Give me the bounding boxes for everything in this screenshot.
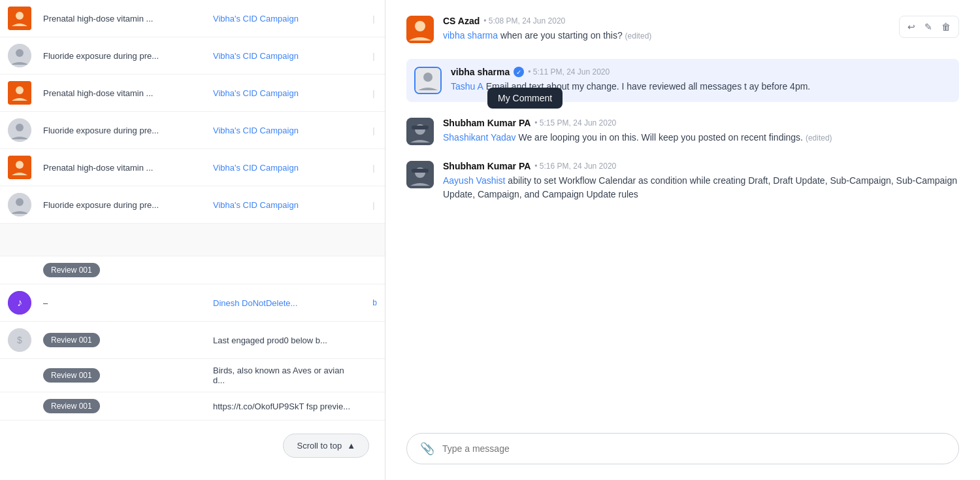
thumbnail	[8, 81, 31, 105]
list-item[interactable]: Fluoride exposure during pre... Vibha's …	[0, 186, 385, 224]
campaign-badge: Review 001	[43, 368, 100, 383]
list-item-divider: |	[365, 75, 385, 112]
list-item-title: Last engaged prod0 below b...	[213, 335, 327, 345]
scroll-to-top-wrapper: Scroll to top ▲	[0, 420, 385, 471]
message-input-area: 📎	[385, 422, 980, 480]
campaign-badge: Review 001	[43, 333, 100, 347]
list-item-campaign[interactable]: Vibha's CID Campaign	[205, 0, 365, 37]
mention: Tashu A	[451, 81, 483, 92]
list-item-thumb	[0, 392, 35, 420]
mention: Aayush Vashist	[443, 175, 505, 186]
list-item-thumb: ♪	[0, 284, 35, 322]
list-item-campaign[interactable]: Vibha's CID Campaign	[205, 37, 365, 75]
message-header: vibha sharma ✓ • 5:11 PM, 24 Jun 2020	[451, 67, 951, 77]
message-author: Shubham Kumar PA	[443, 161, 531, 171]
list-item-col2: Review 001	[35, 392, 205, 420]
message-input[interactable]	[442, 443, 945, 454]
right-panel: CS Azad • 5:08 PM, 24 Jun 2020 vibha sha…	[385, 0, 980, 480]
list-item[interactable]: Review 001 Birds, also known as Aves or …	[0, 359, 385, 392]
content-list: Prenatal high-dose vitamin ... Vibha's C…	[0, 0, 385, 420]
list-item[interactable]: Prenatal high-dose vitamin ... Vibha's C…	[0, 75, 385, 112]
thumbnail	[8, 193, 31, 216]
list-item[interactable]: Fluoride exposure during pre... Vibha's …	[0, 112, 385, 149]
message-header: CS Azad • 5:08 PM, 24 Jun 2020	[443, 16, 959, 26]
message-author: CS Azad	[443, 16, 480, 26]
list-item-campaign[interactable]: Vibha's CID Campaign	[205, 112, 365, 149]
list-item-title: Prenatal high-dose vitamin ...	[35, 75, 205, 112]
list-item[interactable]: Fluoride exposure during pre... Vibha's …	[0, 37, 385, 75]
avatar	[406, 118, 434, 145]
edited-tag: (edited)	[625, 31, 652, 41]
message-item: Shubham Kumar PA • 5:15 PM, 24 Jun 2020 …	[406, 118, 959, 145]
list-item[interactable]: $ Review 001 Last engaged prod0 below b.…	[0, 322, 385, 359]
message-header: Shubham Kumar PA • 5:16 PM, 24 Jun 2020	[443, 161, 959, 171]
list-item-thumb	[0, 256, 35, 284]
list-item-col3[interactable]: Last engaged prod0 below b...	[205, 322, 365, 359]
list-item-title: Fluoride exposure during pre...	[35, 112, 205, 149]
arrow-up-icon: ▲	[347, 441, 355, 451]
list-item-campaign[interactable]: Vibha's CID Campaign	[205, 186, 365, 224]
messages-area: CS Azad • 5:08 PM, 24 Jun 2020 vibha sha…	[385, 0, 980, 422]
svg-point-1	[16, 12, 24, 20]
list-item-col2: Review 001	[35, 256, 205, 284]
message-content: CS Azad • 5:08 PM, 24 Jun 2020 vibha sha…	[443, 16, 959, 43]
message-body: Aayush Vashist ability to set Workflow C…	[443, 174, 959, 201]
scroll-to-top-button[interactable]: Scroll to top ▲	[283, 434, 369, 458]
scroll-to-top-label: Scroll to top	[297, 441, 342, 451]
list-item-campaign[interactable]: Dinesh DoNotDelete...	[213, 298, 297, 308]
list-item-campaign[interactable]: Vibha's CID Campaign	[205, 149, 365, 186]
list-item-extra: b	[365, 284, 385, 322]
campaign-badge: Review 001	[43, 399, 100, 413]
message-body: vibha sharma when are you starting on th…	[443, 29, 959, 43]
svg-point-9	[16, 161, 24, 169]
list-item[interactable]: Review 001 https://t.co/OkofUP9SkT fsp p…	[0, 392, 385, 420]
thumbnail: $	[8, 328, 31, 352]
list-item-title: Prenatal high-dose vitamin ...	[35, 149, 205, 186]
delete-button[interactable]: 🗑	[938, 19, 955, 35]
list-item-col3: Birds, also known as Aves or avian d...	[205, 359, 365, 392]
list-item[interactable]: Prenatal high-dose vitamin ... Vibha's C…	[0, 149, 385, 186]
message-body: Shashikant Yadav We are looping you in o…	[443, 131, 959, 145]
thumbnail	[8, 44, 31, 67]
list-item-extra	[365, 322, 385, 359]
edit-button[interactable]: ✎	[921, 19, 936, 35]
svg-point-11	[16, 198, 24, 206]
message-time: • 5:15 PM, 24 Jun 2020	[534, 118, 616, 128]
message-author: Shubham Kumar PA	[443, 118, 531, 128]
list-item-thumb	[0, 112, 35, 149]
message-time: • 5:08 PM, 24 Jun 2020	[483, 16, 565, 26]
list-item-thumb	[0, 75, 35, 112]
svg-point-5	[16, 86, 24, 94]
list-item-col2: –	[35, 284, 205, 322]
message-item: CS Azad • 5:08 PM, 24 Jun 2020 vibha sha…	[406, 16, 959, 43]
list-item-thumb	[0, 0, 35, 37]
list-item-divider: |	[365, 112, 385, 149]
message-content: vibha sharma ✓ • 5:11 PM, 24 Jun 2020 Ta…	[451, 67, 951, 94]
list-item-campaign[interactable]: Vibha's CID Campaign	[205, 75, 365, 112]
thumbnail	[8, 156, 31, 179]
list-item[interactable]: ♪ – Dinesh DoNotDelete... b	[0, 284, 385, 322]
list-item[interactable]: Review 001	[0, 256, 385, 284]
list-item-title: –	[43, 298, 48, 308]
svg-point-7	[16, 124, 24, 131]
svg-rect-25	[412, 169, 429, 173]
list-item[interactable]: Prenatal high-dose vitamin ... Vibha's C…	[0, 0, 385, 37]
edited-tag: (edited)	[806, 133, 832, 143]
svg-text:$: $	[17, 335, 22, 345]
reply-button[interactable]: ↩	[904, 19, 919, 35]
attach-icon[interactable]: 📎	[420, 441, 434, 456]
svg-point-19	[423, 73, 433, 82]
list-item-thumb: $	[0, 322, 35, 359]
list-item-col3: https://t.co/OkofUP9SkT fsp previe...	[205, 392, 365, 420]
list-item-divider: |	[365, 186, 385, 224]
svg-point-3	[16, 49, 24, 57]
list-item-title: Fluoride exposure during pre...	[35, 37, 205, 75]
list-item-title: Prenatal high-dose vitamin ...	[35, 0, 205, 37]
thumbnail	[8, 7, 31, 30]
message-content: Shubham Kumar PA • 5:16 PM, 24 Jun 2020 …	[443, 161, 959, 201]
message-author: vibha sharma	[451, 67, 510, 77]
list-item-title: Birds, also known as Aves or avian d...	[213, 366, 344, 385]
tooltip-bubble: My Comment	[487, 88, 563, 109]
list-item-col3[interactable]: Dinesh DoNotDelete...	[205, 284, 365, 322]
message-actions: ↩ ✎ 🗑	[899, 16, 959, 38]
